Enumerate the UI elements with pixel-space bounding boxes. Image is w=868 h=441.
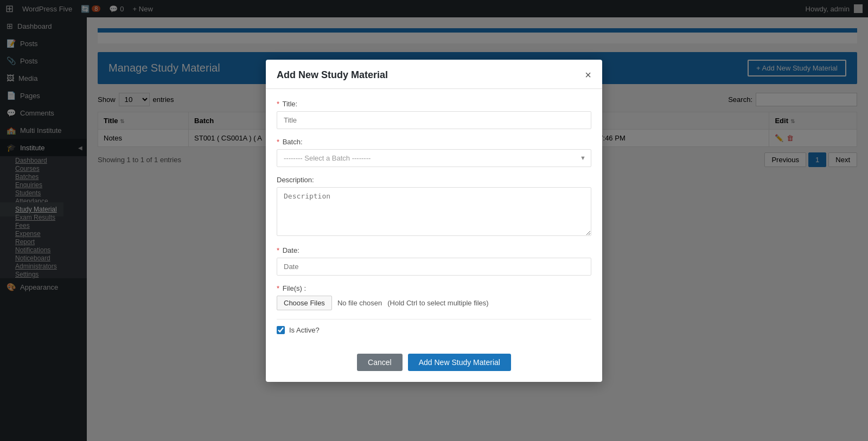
- modal-overlay: Add New Study Material × * Title: * Batc…: [0, 0, 868, 441]
- choose-files-button[interactable]: Choose Files: [277, 296, 332, 310]
- modal-header: Add New Study Material ×: [266, 60, 602, 89]
- batch-select[interactable]: -------- Select a Batch --------: [277, 149, 591, 167]
- modal-footer: Cancel Add New Study Material: [266, 345, 602, 382]
- batch-label: * Batch:: [277, 138, 591, 146]
- modal: Add New Study Material × * Title: * Batc…: [266, 60, 602, 382]
- is-active-row: Is Active?: [277, 326, 591, 334]
- description-form-group: Description:: [277, 176, 591, 238]
- modal-body: * Title: * Batch: -------- Select a Batc…: [266, 89, 602, 345]
- is-active-checkbox[interactable]: [277, 326, 285, 334]
- date-label: * Date:: [277, 246, 591, 254]
- is-active-label[interactable]: Is Active?: [289, 326, 320, 334]
- files-required-marker: *: [277, 284, 279, 292]
- description-textarea[interactable]: [277, 187, 591, 236]
- submit-button[interactable]: Add New Study Material: [408, 354, 511, 371]
- title-input[interactable]: [277, 111, 591, 129]
- title-label: * Title:: [277, 100, 591, 108]
- title-form-group: * Title:: [277, 100, 591, 129]
- file-input-row: Choose Files No file chosen (Hold Ctrl t…: [277, 296, 591, 310]
- batch-form-group: * Batch: -------- Select a Batch -------…: [277, 138, 591, 167]
- date-required-marker: *: [277, 246, 279, 254]
- batch-select-wrapper: -------- Select a Batch --------: [277, 149, 591, 167]
- cancel-button[interactable]: Cancel: [357, 354, 403, 371]
- description-label: Description:: [277, 176, 591, 184]
- date-form-group: * Date:: [277, 246, 591, 276]
- modal-title: Add New Study Material: [277, 69, 388, 81]
- file-hint-text: (Hold Ctrl to select multiple files): [387, 299, 488, 307]
- no-file-text: No file chosen: [337, 299, 382, 307]
- modal-close-button[interactable]: ×: [585, 69, 591, 80]
- batch-required-marker: *: [277, 138, 279, 146]
- files-form-group: * File(s) : Choose Files No file chosen …: [277, 284, 591, 310]
- date-input[interactable]: [277, 258, 591, 276]
- title-required-marker: *: [277, 100, 279, 108]
- divider: [277, 319, 591, 319]
- files-label: * File(s) :: [277, 284, 591, 292]
